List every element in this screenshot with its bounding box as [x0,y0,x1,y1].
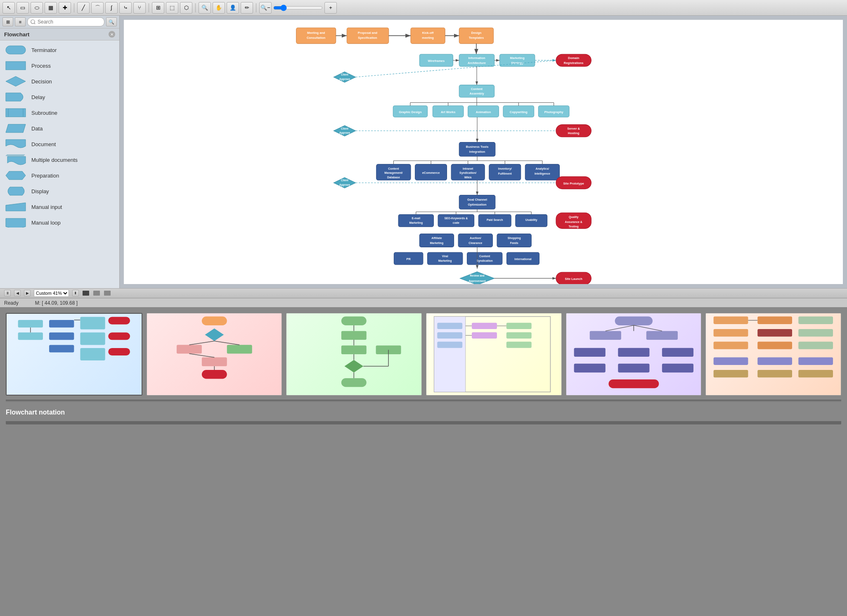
shape-item-manual-input[interactable]: Manual input [0,199,119,215]
search-input[interactable] [27,17,104,26]
svg-text:Domain: Domain [568,56,580,60]
canvas-area[interactable]: Meeting and Consultation Proposal and Sp… [120,16,847,288]
pan-tool[interactable]: ✋ [213,2,225,14]
next-page-btn[interactable]: ▶ [24,290,31,296]
person-tool[interactable]: 👤 [227,2,239,14]
thumbnail-5[interactable] [566,313,702,396]
line-tool[interactable]: ╱ [77,2,90,14]
svg-rect-210 [618,348,649,357]
svg-line-175 [214,341,239,345]
data-icon [5,123,26,134]
shape-item-process[interactable]: Process [0,58,119,73]
svg-rect-162 [80,317,105,329]
ellipse-tool[interactable]: ⬭ [31,2,43,14]
svg-rect-140 [428,252,463,265]
svg-text:Analytics/: Analytics/ [536,167,549,171]
page-btn-1[interactable] [83,291,89,296]
svg-rect-226 [714,358,748,365]
fork-tool[interactable]: ⑂ [133,2,146,14]
rectangle-tool[interactable]: ▭ [17,2,29,14]
svg-text:Proposal and: Proposal and [358,31,378,35]
zoom-in-btn[interactable]: 🔍 [199,2,211,14]
shape-item-terminator[interactable]: Terminator [0,42,119,58]
svg-rect-222 [758,342,793,349]
svg-rect-225 [799,342,833,349]
shape-item-document[interactable]: Document [0,136,119,152]
process-label: Process [31,63,51,69]
shape-item-preparation[interactable]: Preparation [0,168,119,183]
svg-text:PR: PR [406,257,411,261]
svg-text:SEO-Keywords &: SEO-Keywords & [444,217,468,220]
svg-text:Goal Channel: Goal Channel [467,198,487,201]
thumbnail-3[interactable] [286,313,422,396]
svg-text:Consultation: Consultation [307,36,326,40]
zoom-in-plus-btn[interactable]: + [324,2,337,14]
svg-text:Integration: Integration [469,150,485,154]
thumbnail-2[interactable] [147,313,282,396]
svg-text:Optimization: Optimization [468,203,487,206]
panel-close-button[interactable]: ✕ [109,31,115,38]
arc-tool[interactable]: ⌒ [91,2,104,14]
svg-text:meeting: meeting [422,36,434,40]
thumbnail-6[interactable] [705,313,841,396]
svg-text:Marketing: Marketing [409,221,423,225]
shape-item-multiple-documents[interactable]: Multiple documents [0,152,119,168]
svg-text:Fulfilment: Fulfilment [498,172,512,175]
subroutine-icon [5,107,26,118]
svg-rect-192 [437,323,462,329]
table-tool[interactable]: ▦ [45,2,57,14]
panel-header: Flowchart ✕ [0,28,119,40]
zoom-selector[interactable]: Custom 41% 25% 50% 75% 100% [34,289,69,297]
lasso-tool[interactable]: ⬡ [180,2,192,14]
svg-rect-173 [202,370,227,379]
connector-tool[interactable]: ⤷ [119,2,132,14]
svg-rect-165 [108,317,130,325]
svg-rect-159 [49,332,74,340]
canvas-inner[interactable]: Meeting and Consultation Proposal and Sp… [124,20,843,284]
page-btn-3[interactable] [104,291,111,296]
shape-item-decision[interactable]: Decision [0,73,119,89]
svg-rect-212 [574,364,605,372]
pause-btn[interactable]: ⏸ [4,290,11,296]
panel-grid-btn[interactable]: ⊞ [2,17,13,26]
zoom-slider[interactable] [273,5,323,11]
shape-item-delay[interactable]: Delay [0,89,119,105]
shape-item-subroutine[interactable]: Subroutine [0,105,119,121]
svg-rect-196 [472,332,497,339]
svg-text:Auction/: Auction/ [470,237,481,239]
bezier-tool[interactable]: ∫ [105,2,118,14]
svg-rect-199 [506,342,532,348]
page-btn-2[interactable] [93,291,100,296]
flowchart-svg: Meeting and Consultation Proposal and Sp… [124,20,843,284]
svg-rect-135 [497,234,531,247]
svg-rect-228 [799,358,833,365]
svg-text:Wikis: Wikis [464,176,472,179]
svg-rect-171 [227,345,252,353]
shape-item-manual-loop[interactable]: Manual loop [0,215,119,230]
svg-text:International: International [514,258,532,261]
prev-page-btn[interactable]: ◀ [14,290,21,296]
svg-rect-163 [80,332,105,345]
svg-text:eCommerce: eCommerce [422,171,440,175]
svg-text:Syndication/: Syndication/ [459,171,476,175]
svg-rect-213 [618,364,649,372]
thumbnail-4[interactable] [426,313,562,396]
svg-rect-223 [799,317,833,324]
shape-item-display[interactable]: Display [0,183,119,199]
panel-list-btn[interactable]: ≡ [15,17,26,26]
svg-rect-220 [758,317,793,324]
zoom-step-btn[interactable]: ⬍ [72,290,79,296]
shape-item-data[interactable]: Data [0,121,119,136]
zoom-region-tool[interactable]: ⊞ [152,2,164,14]
decision-icon [5,76,26,87]
select-region-tool[interactable]: ⬚ [166,2,178,14]
thumbnail-1[interactable] [6,313,142,396]
decision-label: Decision [31,78,52,85]
eyedropper-tool[interactable]: ✏ [241,2,253,14]
panel-search-btn[interactable]: 🔍 [106,17,117,26]
svg-rect-194 [437,342,462,348]
svg-rect-168 [202,317,227,325]
select-tool[interactable]: ↖ [2,2,15,14]
cross-tool[interactable]: ✚ [59,2,71,14]
zoom-out-btn[interactable]: 🔍− [259,2,272,14]
